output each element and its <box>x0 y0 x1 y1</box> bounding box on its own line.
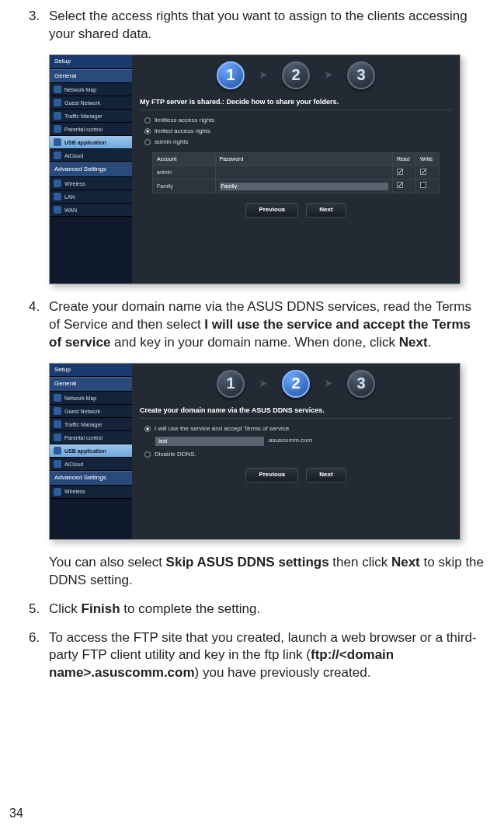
nav-guest-network: Guest Network <box>50 96 132 110</box>
router-sidebar: Setup General Network Map Guest Network … <box>50 55 132 284</box>
next-button: Next <box>306 468 346 482</box>
accounts-table: Account Password Read Write admin <box>152 152 440 193</box>
traffic-icon <box>54 420 61 428</box>
cloud-icon <box>54 460 61 468</box>
usb-icon <box>54 138 61 146</box>
domain-suffix: .asuscomm.com <box>267 437 312 445</box>
nav-usb-application: USB application <box>50 444 132 458</box>
th-read: Read <box>392 153 415 165</box>
checkbox-icon <box>420 169 426 175</box>
nav-guest-network: Guest Network <box>50 405 132 418</box>
nav-setup: Setup <box>50 364 132 378</box>
nav-traffic-manager: Traffic Manager <box>50 110 132 123</box>
radio-limited: limited access rights <box>144 127 452 136</box>
next-button: Next <box>306 203 346 218</box>
radio-admin: admin rights <box>144 138 452 147</box>
nav-wireless: Wireless <box>50 486 132 499</box>
nav-lan: LAN <box>50 190 132 204</box>
nav-setup: Setup <box>50 55 132 69</box>
nav-network-map: Network Map <box>50 83 132 96</box>
panel-title: My FTP server is shared.: Decide how to … <box>140 97 452 110</box>
th-account: Account <box>153 153 215 165</box>
page-number: 34 <box>9 805 23 822</box>
router-sidebar: Setup General Network Map Guest Network … <box>50 364 132 539</box>
usb-icon <box>54 447 61 455</box>
step-5-text: Click Finish to complete the setting. <box>49 601 260 616</box>
guest-icon <box>54 407 61 415</box>
arrow-right-icon: ➤ <box>259 376 268 391</box>
th-write: Write <box>415 153 439 165</box>
cloud-icon <box>54 152 61 159</box>
step-4-additional-text: You can also select Skip ASUS DDNS setti… <box>49 554 485 590</box>
nav-wireless: Wireless <box>50 177 132 190</box>
router-screenshot-access-rights: Setup General Network Map Guest Network … <box>49 54 461 284</box>
step-4-text: Create your domain name via the ASUS DDN… <box>49 299 471 350</box>
wizard-step-2: 2 <box>282 370 310 398</box>
radio-use-service: I will use the service and accept Terms … <box>144 425 452 434</box>
nav-aicloud: AiCloud <box>50 149 132 162</box>
radio-icon <box>144 139 151 145</box>
arrow-right-icon: ➤ <box>259 68 268 82</box>
router-screenshot-ddns: Setup General Network Map Guest Network … <box>49 363 461 540</box>
nav-wan: WAN <box>50 204 132 217</box>
table-row: Family <box>153 179 440 193</box>
step-number: 3. <box>29 8 40 26</box>
lock-icon <box>54 434 61 441</box>
wizard-step-3: 3 <box>347 370 375 398</box>
nav-aicloud: AiCloud <box>50 458 132 471</box>
wizard-step-indicator: 1 ➤ 2 ➤ 3 <box>140 61 452 89</box>
router-main-panel: 1 ➤ 2 ➤ 3 My FTP server is shared.: Deci… <box>132 55 460 284</box>
guest-icon <box>54 99 61 106</box>
th-password: Password <box>215 153 392 165</box>
radio-icon <box>144 451 151 458</box>
wifi-icon <box>54 488 61 496</box>
nav-traffic-manager: Traffic Manager <box>50 418 132 431</box>
arrow-right-icon: ➤ <box>324 376 333 391</box>
wan-icon <box>54 206 61 214</box>
traffic-icon <box>54 112 61 120</box>
previous-button: Previous <box>245 468 298 482</box>
nav-advanced-header: Advanced Settings <box>50 471 132 486</box>
checkbox-icon <box>397 182 403 188</box>
nav-parental-control: Parental control <box>50 123 132 136</box>
panel-title: Create your domain name via the ASUS DDN… <box>140 406 452 419</box>
domain-input <box>155 437 264 446</box>
step-number: 4. <box>29 298 40 316</box>
table-row: admin <box>153 165 440 179</box>
radio-limitless: limitless access rights <box>144 117 452 125</box>
password-input <box>220 183 388 190</box>
checkbox-icon <box>420 182 426 188</box>
nav-general-header: General <box>50 69 132 84</box>
wizard-step-2: 2 <box>282 61 310 89</box>
nav-general-header: General <box>50 377 132 392</box>
step-5: 5. Click Finish to complete the setting. <box>49 601 485 618</box>
arrow-right-icon: ➤ <box>324 68 333 82</box>
step-3: 3. Select the access rights that you wan… <box>49 8 485 284</box>
ddns-domain-row: .asuscomm.com <box>155 437 452 446</box>
radio-icon <box>144 117 151 124</box>
wizard-step-3: 3 <box>347 61 375 89</box>
previous-button: Previous <box>245 203 298 218</box>
wizard-step-indicator: 1 ➤ 2 ➤ 3 <box>140 370 452 398</box>
router-main-panel: 1 ➤ 2 ➤ 3 Create your domain name via th… <box>132 364 460 539</box>
radio-icon <box>144 128 151 134</box>
step-number: 5. <box>29 601 40 618</box>
step-6: 6. To access the FTP site that you creat… <box>49 629 485 683</box>
wizard-step-1: 1 <box>217 61 245 89</box>
radio-disable-ddns: Disable DDNS. <box>144 451 452 459</box>
step-3-text: Select the access rights that you want t… <box>49 9 468 41</box>
nav-advanced-header: Advanced Settings <box>50 162 132 177</box>
lan-icon <box>54 193 61 200</box>
lock-icon <box>54 125 61 133</box>
checkbox-icon <box>397 169 403 175</box>
step-4: 4. Create your domain name via the ASUS … <box>49 298 485 590</box>
globe-icon <box>54 85 61 93</box>
nav-network-map: Network Map <box>50 392 132 405</box>
nav-usb-application: USB application <box>50 136 132 149</box>
wizard-step-1: 1 <box>217 370 245 398</box>
step-number: 6. <box>29 629 40 647</box>
wifi-icon <box>54 179 61 187</box>
step-6-text: To access the FTP site that you created,… <box>49 630 477 681</box>
globe-icon <box>54 394 61 402</box>
nav-parental-control: Parental control <box>50 431 132 444</box>
